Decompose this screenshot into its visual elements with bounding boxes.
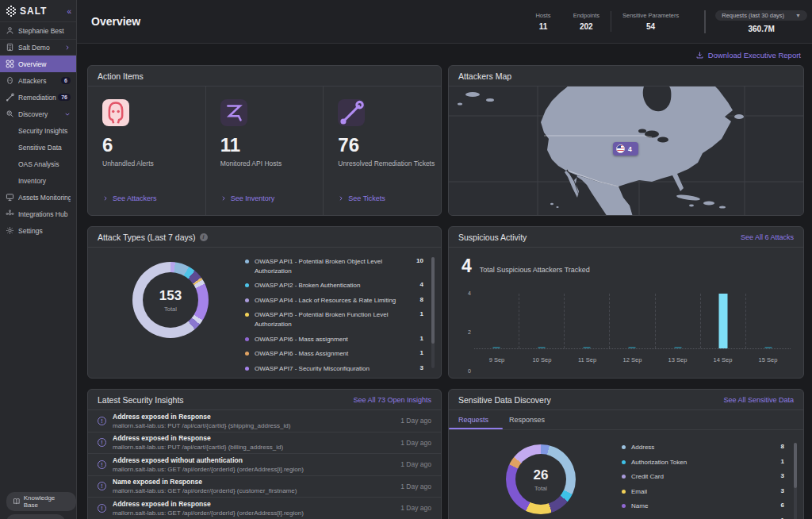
suspicious-total-label: Total Suspicious Attackers Tracked (480, 266, 590, 274)
insight-main: Address exposed without authenticationma… (113, 456, 394, 473)
action-cards: 6Unhandled AlertsSee Attackers11Monitore… (88, 86, 441, 215)
chevron-right-icon (338, 195, 344, 202)
topbar: Overview Hosts11Endpoints202Sensitive Pa… (77, 0, 812, 44)
sidebar-item-overview[interactable]: Overview (0, 56, 76, 72)
map-attacker-marker[interactable]: 4 (613, 142, 638, 156)
chevron-right-icon (102, 195, 109, 202)
insight-row[interactable]: !Address exposed in Responsemallorn.salt… (88, 498, 441, 519)
insight-row[interactable]: !Address exposed in Responsemallorn.salt… (88, 432, 441, 455)
chevron-down-icon (64, 111, 71, 117)
user-menu[interactable]: Stephanie Best (0, 22, 76, 39)
legend-item: OWASP API5 - Potential Broken Function L… (245, 310, 423, 329)
zero-mark (493, 347, 500, 348)
suspicious-bar-chart[interactable] (474, 294, 791, 349)
insight-row[interactable]: !Name exposed in Responsemallorn.salt-la… (88, 476, 441, 498)
action-card-link[interactable]: See Attackers (102, 194, 157, 202)
discovery-icon (6, 110, 14, 118)
insights-list: !Address exposed in Responsemallorn.salt… (88, 410, 441, 519)
logo-text: SALT (20, 6, 67, 17)
sidebar-bottom-button-cutoff[interactable] (6, 514, 65, 519)
bar-column-14-Sep (701, 294, 746, 348)
monitor-icon (6, 193, 14, 202)
stat-label: Hosts (535, 12, 550, 19)
world-map[interactable]: 4 (449, 86, 803, 215)
sidebar-item-inventory[interactable]: Inventory (0, 172, 76, 189)
requests-value: 360.7M (715, 25, 807, 33)
legend-item: Name6 (622, 502, 784, 511)
count-badge: 6 (61, 77, 71, 84)
legend-dot (622, 460, 626, 464)
sidebar-item-assets-monitoring[interactable]: Assets Monitoring (0, 189, 76, 206)
legend-item: OWASP API1 - Potential Broken Object Lev… (245, 257, 423, 275)
stat-label: Endpoints (573, 12, 599, 19)
legend-dot (622, 445, 626, 449)
bar[interactable] (718, 294, 727, 348)
gear-icon (6, 226, 14, 235)
action-card-value: 6 (102, 134, 205, 156)
see-all-sensitive-link[interactable]: See All Sensitive Data (723, 396, 794, 404)
sidebar-item-sensitive-data[interactable]: Sensitive Data (0, 139, 76, 156)
insight-row[interactable]: !Address exposed in Responsemallorn.salt… (88, 410, 441, 432)
insight-row[interactable]: !Address exposed without authenticationm… (88, 454, 441, 476)
sensitive-data-donut-chart[interactable]: 26 Total (506, 444, 576, 514)
legend-scrollbar[interactable] (431, 257, 435, 368)
legend-label: Authorization Token (631, 458, 773, 467)
security-insights-title: Latest Security Insights (98, 395, 184, 405)
org-switcher[interactable]: Salt Demo (0, 39, 76, 56)
see-all-insights-link[interactable]: See All 73 Open Insights (353, 396, 431, 404)
stat-endpoints: Endpoints202 (562, 12, 611, 31)
requests-range-label: Requests (last 30 days) (722, 12, 784, 19)
stat-value: 54 (622, 22, 679, 31)
download-report-link[interactable]: Download Executive Report (695, 51, 801, 60)
sidebar-item-discovery[interactable]: Discovery (0, 106, 76, 122)
person-icon (6, 26, 14, 35)
insight-main: Name exposed in Responsemallorn.salt-lab… (113, 478, 394, 494)
attacker-icon (6, 76, 14, 85)
sidebar-item-security-insights[interactable]: Security Insights (0, 122, 76, 139)
bar-column-9-Sep (474, 294, 519, 348)
legend-dot (245, 313, 249, 317)
sensitive-data-tabs: RequestsResponses (449, 410, 803, 430)
tools-icon (6, 93, 14, 102)
action-card-link[interactable]: See Tickets (338, 194, 385, 202)
bar-chart-x-axis: 9 Sep10 Sep11 Sep12 Sep13 Sep14 Sep15 Se… (474, 356, 791, 363)
sidebar-item-settings[interactable]: Settings (0, 222, 76, 239)
sidebar-subitem-label: Sensitive Data (18, 144, 71, 152)
salt-dashboard: SALT « Stephanie Best Salt Demo Overview… (0, 0, 812, 519)
action-card: 6Unhandled AlertsSee Attackers (88, 86, 205, 215)
bar-column-13-Sep (656, 294, 701, 348)
knowledge-base-button[interactable]: Knowledge Base (6, 492, 76, 511)
legend-dot (245, 367, 249, 371)
sidebar-collapse-icon[interactable]: « (67, 7, 71, 16)
attack-types-donut-chart[interactable]: 153 Total (132, 262, 209, 338)
see-all-attacks-link[interactable]: See All 6 Attacks (741, 233, 794, 241)
sidebar-item-integrations-hub[interactable]: Integrations Hub (0, 206, 76, 222)
tab-requests[interactable]: Requests (458, 410, 488, 429)
legend-label: Name (631, 502, 773, 511)
requests-range-dropdown[interactable]: Requests (last 30 days) ▼ (715, 10, 807, 21)
insight-detail: mallorn.salt-lab.us: PUT /api/cart/{cart… (113, 444, 394, 451)
action-items-title: Action Items (98, 71, 144, 81)
legend-scrollbar[interactable] (794, 443, 797, 519)
action-card-link-label: See Tickets (348, 194, 385, 202)
tab-responses[interactable]: Responses (509, 410, 545, 429)
marker-count: 4 (628, 145, 632, 153)
attackers-map-panel: Attackers Map (448, 65, 804, 216)
sidebar-item-attackers[interactable]: Attackers6 (0, 72, 76, 89)
action-card-label: Unhandled Alerts (102, 160, 205, 167)
legend-value: 1 (412, 310, 423, 317)
legend-value: 8 (773, 443, 784, 450)
info-icon[interactable]: i (200, 233, 208, 241)
sidebar-item-oas-analysis[interactable]: OAS Analysis (0, 156, 76, 172)
sidebar-item-remediation[interactable]: Remediation76 (0, 89, 76, 106)
sidebar-item-label: Discovery (18, 110, 64, 118)
insight-detail: mallorn.salt-lab.us: GET /api/order/{ord… (113, 487, 394, 494)
requests-stat: Requests (last 30 days) ▼ 360.7M (704, 10, 812, 33)
insight-title: Address exposed in Response (113, 413, 394, 421)
suspicious-activity-panel: Suspicious Activity See All 6 Attacks 4 … (448, 226, 804, 379)
action-card-link[interactable]: See Inventory (220, 194, 275, 202)
tools-icon (338, 99, 365, 126)
download-icon (695, 51, 704, 60)
sidebar-nav: OverviewAttackers6Remediation76Discovery… (0, 56, 76, 239)
action-card-value: 76 (338, 134, 441, 156)
